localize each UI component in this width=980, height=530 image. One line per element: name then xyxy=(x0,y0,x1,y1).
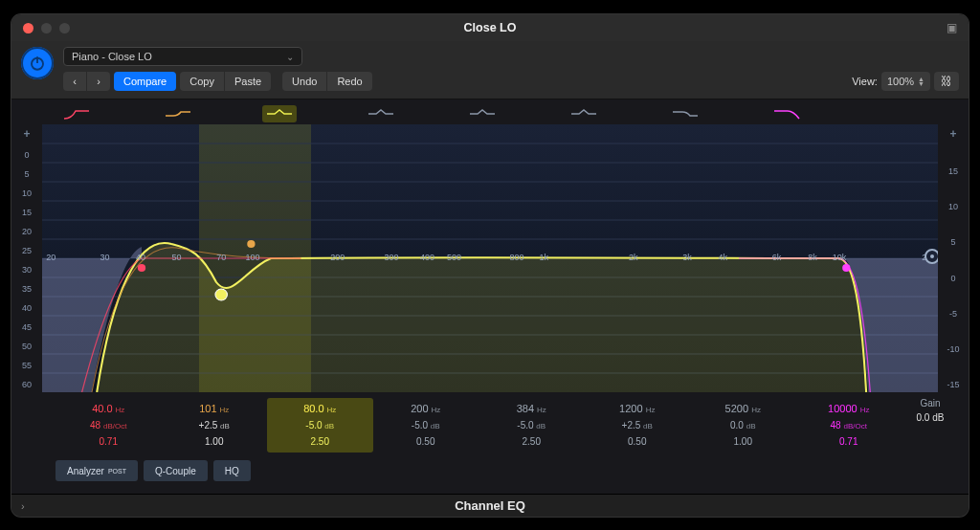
stepper-icon: ▲▼ xyxy=(918,77,924,86)
x-axis: 20304050701002003004005008001k2k3k4k6k8k… xyxy=(42,253,938,268)
svg-point-16 xyxy=(247,240,255,248)
band-params-4[interactable]: 384 Hz-5.0 dB2.50 xyxy=(479,398,585,453)
x-tick: 800 xyxy=(510,253,524,262)
x-tick: 50 xyxy=(171,253,181,262)
band-params-1[interactable]: 101 Hz+2.5 dB1.00 xyxy=(162,398,268,453)
toolbar: Piano - Close LO ⌄ ‹ › Compare Copy Past… xyxy=(11,41,969,99)
option-row: Analyzer POST Q-Couple HQ xyxy=(11,456,969,489)
chain-icon: ⛓ xyxy=(941,75,952,88)
x-tick: 30 xyxy=(100,253,110,262)
compare-button[interactable]: Compare xyxy=(114,72,176,91)
band-params-0[interactable]: 40.0 Hz48 dB/Oct0.71 xyxy=(56,398,162,453)
band-params-2[interactable]: 80.0 Hz-5.0 dB2.50 xyxy=(267,398,373,453)
plus-icon[interactable]: + xyxy=(949,127,956,141)
undo-button[interactable]: Undo xyxy=(282,72,326,91)
prev-preset-button[interactable]: ‹ xyxy=(63,72,86,91)
redo-button[interactable]: Redo xyxy=(327,72,371,91)
band-icon-lowpass[interactable] xyxy=(769,105,804,122)
view-label: View: xyxy=(852,76,878,87)
snapshot-icon[interactable]: ▣ xyxy=(947,21,957,34)
plugin-body: + 0 5 10 15 20 25 30 35 40 45 50 55 60 xyxy=(11,99,969,494)
x-tick: 3k xyxy=(682,253,692,262)
band-icon-peak-1[interactable] xyxy=(262,105,297,122)
x-tick: 200 xyxy=(330,253,345,262)
band-icon-highshelf[interactable] xyxy=(668,105,702,122)
disclosure-icon[interactable]: › xyxy=(21,500,25,512)
window-controls xyxy=(23,23,70,33)
paste-button[interactable]: Paste xyxy=(225,72,271,91)
y-axis-left: + 0 5 10 15 20 25 30 35 40 45 50 55 60 xyxy=(11,124,42,392)
plugin-name: Channel EQ xyxy=(455,498,525,513)
x-tick: 8k xyxy=(808,253,817,262)
zoom-control[interactable]: 100% ▲▼ xyxy=(881,72,930,91)
graph-area: + 0 5 10 15 20 25 30 35 40 45 50 55 60 xyxy=(11,124,969,392)
band-icon-highpass[interactable] xyxy=(59,105,94,122)
band-icon-lowshelf[interactable] xyxy=(161,105,195,122)
gain-slider-knob[interactable] xyxy=(924,249,938,264)
x-tick: 70 xyxy=(216,253,226,262)
x-tick: 400 xyxy=(420,253,434,262)
preset-menu[interactable]: Piano - Close LO ⌄ xyxy=(63,47,302,66)
x-tick: 6k xyxy=(772,253,782,262)
x-tick: 100 xyxy=(245,253,259,262)
plus-icon[interactable]: + xyxy=(23,127,30,141)
chevron-down-icon: ⌄ xyxy=(286,52,294,62)
x-tick: 300 xyxy=(385,253,399,262)
hq-button[interactable]: HQ xyxy=(213,460,251,481)
band-parameters: 40.0 Hz48 dB/Oct0.71101 Hz+2.5 dB1.0080.… xyxy=(11,392,969,456)
band-params-7[interactable]: 10000 Hz48 dB/Oct0.71 xyxy=(796,398,902,453)
band-params-3[interactable]: 200 Hz-5.0 dB0.50 xyxy=(373,398,479,453)
x-tick: 20 xyxy=(46,253,56,262)
gain-column[interactable]: Gain0.0 dB xyxy=(902,398,959,453)
zoom-value: 100% xyxy=(887,76,914,87)
next-preset-button[interactable]: › xyxy=(87,72,110,91)
link-button[interactable]: ⛓ xyxy=(934,72,959,91)
band-icon-peak-2[interactable] xyxy=(364,105,398,122)
x-tick: 40 xyxy=(136,253,145,262)
band-icon-peak-4[interactable] xyxy=(567,105,601,122)
x-tick: 500 xyxy=(447,253,461,262)
preset-name: Piano - Close LO xyxy=(72,51,152,62)
x-tick: 1k xyxy=(539,253,548,262)
plugin-window: Close LO ▣ Piano - Close LO ⌄ ‹ › Compar… xyxy=(11,14,969,517)
band-type-row xyxy=(11,99,969,124)
y-axis-right: + 15 10 5 0 -5 -10 -15 xyxy=(938,124,969,392)
power-icon xyxy=(29,55,46,72)
close-icon[interactable] xyxy=(23,23,33,33)
band-icon-peak-3[interactable] xyxy=(465,105,500,122)
footer: › Channel EQ xyxy=(11,494,969,517)
band-params-6[interactable]: 5200 Hz0.0 dB1.00 xyxy=(690,398,796,453)
power-button[interactable] xyxy=(21,47,54,79)
maximize-icon[interactable] xyxy=(59,23,70,33)
minimize-icon[interactable] xyxy=(41,23,52,33)
band-params-5[interactable]: 1200 Hz+2.5 dB0.50 xyxy=(585,398,691,453)
copy-button[interactable]: Copy xyxy=(180,72,224,91)
svg-point-17 xyxy=(215,289,227,300)
x-tick: 2k xyxy=(629,253,638,262)
x-tick: 10k xyxy=(833,253,847,262)
x-tick: 4k xyxy=(719,253,728,262)
q-couple-button[interactable]: Q-Couple xyxy=(144,460,208,481)
titlebar: Close LO ▣ xyxy=(11,14,969,41)
analyzer-button[interactable]: Analyzer POST xyxy=(56,460,138,481)
window-title: Close LO xyxy=(464,21,517,34)
eq-graph[interactable]: 20304050701002003004005008001k2k3k4k6k8k… xyxy=(42,124,938,392)
